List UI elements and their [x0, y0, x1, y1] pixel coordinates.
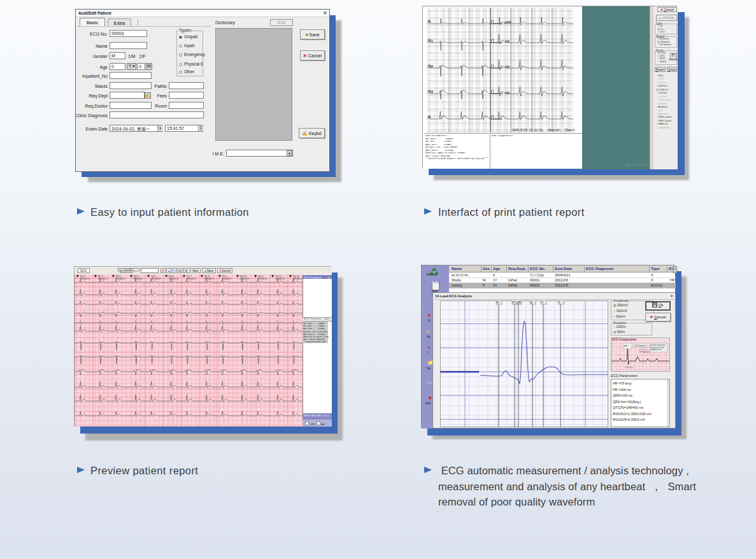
svg-text:P-: P- — [497, 301, 500, 304]
svg-text:P: P — [513, 301, 515, 304]
svg-text:problems are: problems are — [650, 348, 662, 351]
svg-text:ST Interval: ST Interval — [639, 351, 650, 353]
svg-text:QR: QR — [517, 301, 522, 304]
svg-text:T-: T- — [541, 301, 545, 304]
svg-text:T: T — [559, 301, 560, 304]
svg-text:QT Interval: QT Interval — [634, 344, 645, 347]
svg-text:PR: PR — [624, 345, 627, 348]
svg-text:S: S — [531, 301, 532, 304]
